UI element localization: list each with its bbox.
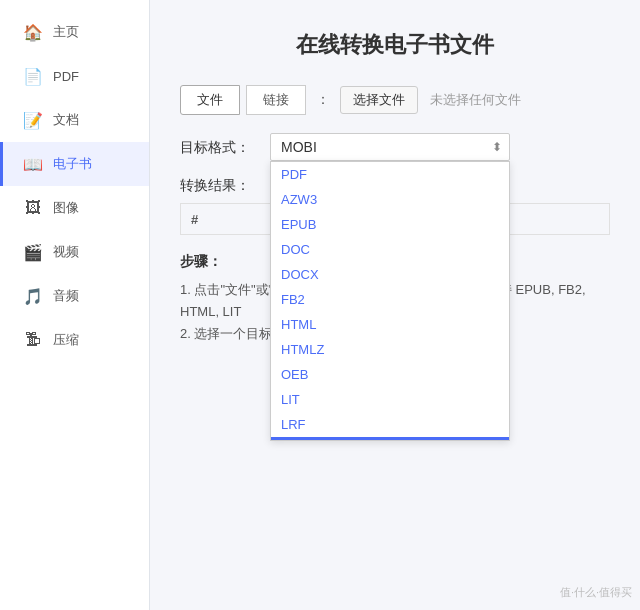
format-option-lit[interactable]: LIT [271, 387, 509, 412]
sidebar-item-pdf[interactable]: 📄 PDF [0, 54, 149, 98]
format-row: 目标格式： MOBI ⬍ PDF AZW3 EPUB DOC DOCX FB2 … [180, 133, 610, 161]
file-link-row: 文件 链接 ： 选择文件 未选择任何文件 [180, 85, 610, 115]
video-icon: 🎬 [23, 242, 43, 262]
format-option-doc[interactable]: DOC [271, 237, 509, 262]
doc-icon: 📝 [23, 110, 43, 130]
format-option-epub[interactable]: EPUB [271, 212, 509, 237]
sidebar-item-video[interactable]: 🎬 视频 [0, 230, 149, 274]
no-file-label: 未选择任何文件 [430, 91, 521, 109]
colon-separator: ： [316, 91, 330, 109]
link-tab-button[interactable]: 链接 [246, 85, 306, 115]
format-label: 目标格式： [180, 133, 260, 157]
sidebar-label-home: 主页 [53, 23, 79, 41]
pdf-icon: 📄 [23, 66, 43, 86]
format-selected-value: MOBI [281, 139, 317, 155]
format-option-docx[interactable]: DOCX [271, 262, 509, 287]
choose-file-button[interactable]: 选择文件 [340, 86, 418, 114]
sidebar-item-compress[interactable]: 🗜 压缩 [0, 318, 149, 362]
sidebar-item-audio[interactable]: 🎵 音频 [0, 274, 149, 318]
sidebar-label-video: 视频 [53, 243, 79, 261]
sidebar-label-doc: 文档 [53, 111, 79, 129]
main-content: 在线转换电子书文件 文件 链接 ： 选择文件 未选择任何文件 目标格式： MOB… [150, 0, 640, 610]
sidebar-label-compress: 压缩 [53, 331, 79, 349]
sidebar-item-doc[interactable]: 📝 文档 [0, 98, 149, 142]
format-option-fb2[interactable]: FB2 [271, 287, 509, 312]
sidebar-label-pdf: PDF [53, 69, 79, 84]
format-dropdown-selected[interactable]: MOBI ⬍ [270, 133, 510, 161]
compress-icon: 🗜 [23, 330, 43, 350]
sidebar-item-home[interactable]: 🏠 主页 [0, 10, 149, 54]
sidebar-item-ebook[interactable]: 📖 电子书 [0, 142, 149, 186]
format-dropdown-list: PDF AZW3 EPUB DOC DOCX FB2 HTML HTMLZ OE… [270, 161, 510, 441]
dropdown-arrow-icon: ⬍ [492, 140, 502, 154]
format-dropdown-container: MOBI ⬍ PDF AZW3 EPUB DOC DOCX FB2 HTML H… [270, 133, 510, 161]
sidebar-label-image: 图像 [53, 199, 79, 217]
page-title: 在线转换电子书文件 [180, 30, 610, 60]
format-option-oeb[interactable]: OEB [271, 362, 509, 387]
format-option-lrf[interactable]: LRF [271, 412, 509, 437]
format-option-htmlz[interactable]: HTMLZ [271, 337, 509, 362]
format-option-pdf[interactable]: PDF [271, 162, 509, 187]
sidebar: 🏠 主页 📄 PDF 📝 文档 📖 电子书 🖼 图像 🎬 视频 🎵 音频 🗜 压… [0, 0, 150, 610]
sidebar-label-audio: 音频 [53, 287, 79, 305]
sidebar-item-image[interactable]: 🖼 图像 [0, 186, 149, 230]
audio-icon: 🎵 [23, 286, 43, 306]
watermark: 值·什么·值得买 [560, 585, 632, 600]
file-tab-button[interactable]: 文件 [180, 85, 240, 115]
format-option-azw3[interactable]: AZW3 [271, 187, 509, 212]
home-icon: 🏠 [23, 22, 43, 42]
image-icon: 🖼 [23, 198, 43, 218]
ebook-icon: 📖 [23, 154, 43, 174]
format-option-html[interactable]: HTML [271, 312, 509, 337]
format-option-mobi[interactable]: MOBI [271, 437, 509, 441]
sidebar-label-ebook: 电子书 [53, 155, 92, 173]
